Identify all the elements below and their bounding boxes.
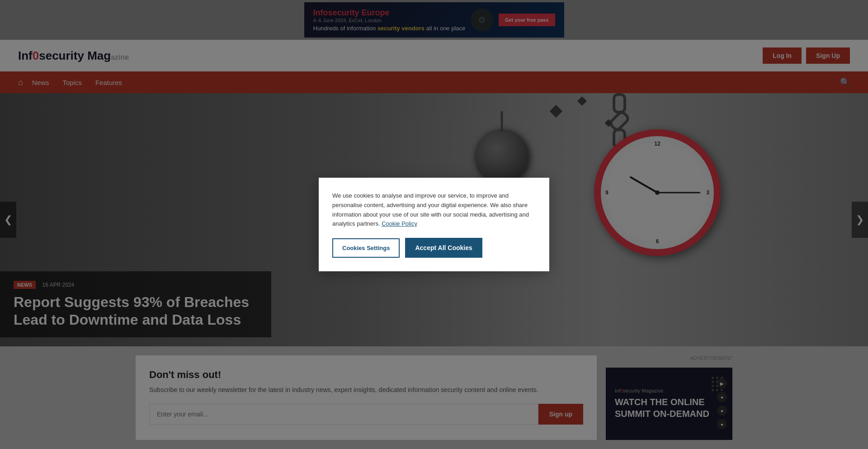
cookie-policy-link[interactable]: Cookie Policy bbox=[382, 220, 417, 227]
cookie-overlay: We use cookies to analyse and improve ou… bbox=[0, 0, 868, 449]
cookie-text: We use cookies to analyse and improve ou… bbox=[332, 191, 536, 229]
accept-all-cookies-button[interactable]: Accept All Cookies bbox=[405, 238, 482, 258]
cookie-actions: Cookies Settings Accept All Cookies bbox=[332, 238, 536, 258]
cookie-modal: We use cookies to analyse and improve ou… bbox=[319, 178, 549, 271]
cookies-settings-button[interactable]: Cookies Settings bbox=[332, 238, 400, 258]
